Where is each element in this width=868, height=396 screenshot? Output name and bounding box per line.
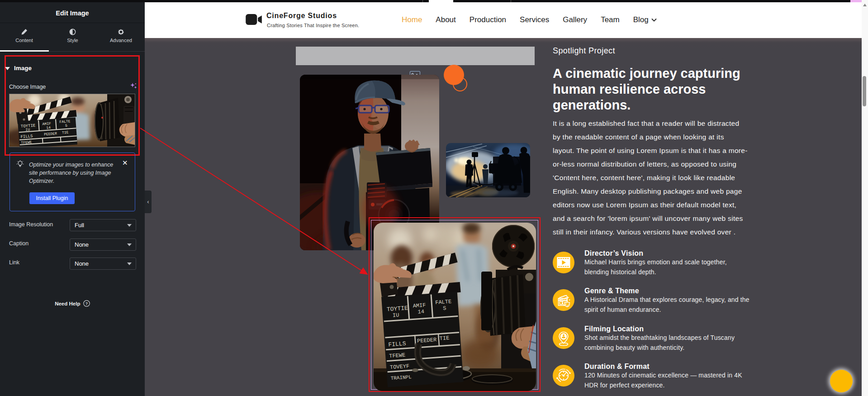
svg-text:IU: IU: [25, 127, 30, 132]
svg-text:5: 5: [65, 124, 68, 128]
svg-text:?: ?: [85, 301, 88, 306]
svg-text:14: 14: [46, 125, 51, 130]
svg-text:TIE: TIE: [62, 130, 69, 134]
svg-text:FILLS: FILLS: [20, 134, 33, 139]
svg-text:TFEWE: TFEWE: [21, 140, 32, 145]
